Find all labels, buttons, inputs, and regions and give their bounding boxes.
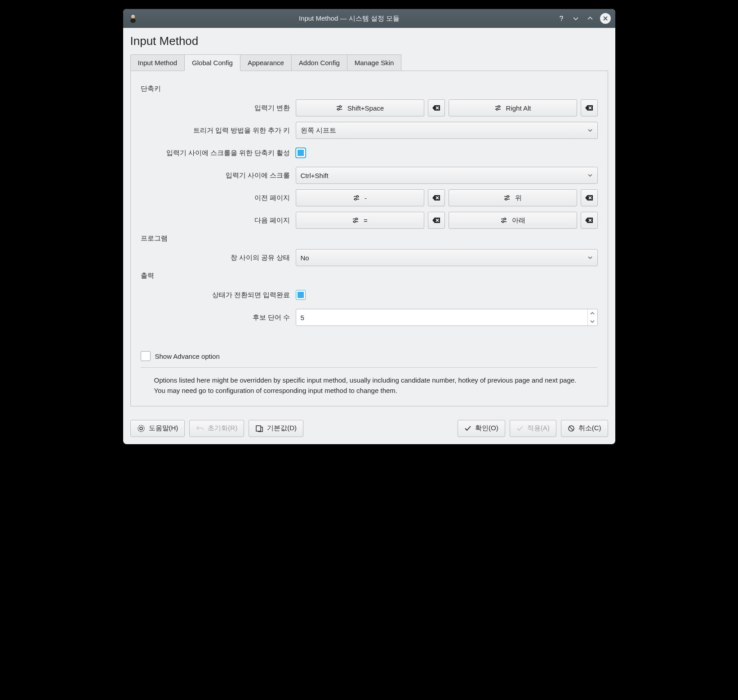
svg-point-17: [138, 425, 144, 432]
svg-point-16: [502, 221, 504, 223]
label-enable-scroll: 입력기 사이에 스크롤을 위한 단축키 활성: [141, 149, 296, 157]
prev-page-shortcut-1-label: -: [365, 194, 367, 202]
check-icon: [516, 425, 524, 432]
label-prev-page: 이전 페이지: [141, 194, 296, 202]
extra-trigger-value: 왼쪽 시프트: [301, 126, 587, 135]
row-trigger: 입력기 변환 Shift+Space Right Alt: [141, 99, 598, 116]
candidate-count-spinbox[interactable]: [296, 309, 598, 326]
chevron-down-icon: [587, 255, 593, 260]
reset-button: 초기화(R): [189, 420, 244, 437]
backspace-icon: [585, 217, 594, 224]
section-program: 프로그램: [141, 234, 598, 243]
backspace-icon: [432, 194, 441, 201]
show-advance-checkbox[interactable]: [141, 351, 151, 361]
tab-appearance[interactable]: Appearance: [240, 54, 292, 71]
defaults-icon: [255, 424, 263, 432]
prev-page-shortcut-1[interactable]: -: [296, 189, 424, 206]
backspace-icon: [432, 104, 441, 111]
row-commit-on-toggle: 상태가 전환되면 입력완료: [141, 286, 598, 303]
trigger-shortcut-2-label: Right Alt: [506, 104, 531, 112]
window-title: Input Method — 시스템 설정 모듈: [142, 14, 557, 23]
prev-page-clear-1[interactable]: [428, 189, 445, 206]
trigger-shortcut-1[interactable]: Shift+Space: [296, 99, 424, 116]
svg-point-1: [130, 18, 136, 23]
next-page-clear-2[interactable]: [581, 212, 598, 229]
backspace-icon: [585, 104, 594, 111]
svg-point-14: [354, 221, 356, 223]
sliders-icon: [494, 104, 502, 111]
footer: 도움말(H) 초기화(R) 기본값(D) 확인(O) 적용(A) 취소(C): [123, 414, 615, 444]
check-icon: [464, 425, 471, 432]
cancel-button[interactable]: 취소(C): [561, 420, 608, 437]
backspace-icon: [585, 194, 594, 201]
app-icon: [128, 13, 138, 24]
svg-point-18: [140, 427, 142, 430]
page-title: Input Method: [130, 34, 608, 48]
svg-point-5: [339, 106, 341, 107]
chevron-down-icon: [587, 173, 593, 178]
trigger-clear-2[interactable]: [581, 99, 598, 116]
label-commit-on-toggle: 상태가 전환되면 입력완료: [141, 291, 296, 299]
help-icon: [137, 424, 145, 432]
prev-page-clear-2[interactable]: [581, 189, 598, 206]
svg-point-13: [356, 218, 357, 220]
tab-global-config[interactable]: Global Config: [184, 54, 240, 71]
scroll-between-combo[interactable]: Ctrl+Shift: [296, 167, 598, 184]
sliders-icon: [336, 104, 343, 111]
commit-on-toggle-checkbox[interactable]: [296, 290, 306, 300]
apply-button: 적용(A): [510, 420, 556, 437]
minimize-button[interactable]: [571, 14, 580, 23]
next-page-shortcut-2-label: 아래: [512, 216, 525, 225]
next-page-shortcut-2[interactable]: 아래: [449, 212, 577, 229]
label-scroll-between: 입력기 사이에 스크롤: [141, 171, 296, 180]
content-area: Input Method Input Method Global Config …: [123, 28, 615, 414]
enable-scroll-checkbox[interactable]: [296, 148, 306, 158]
cancel-icon: [568, 425, 575, 432]
prev-page-shortcut-2[interactable]: 위: [449, 189, 577, 206]
sliders-icon: [352, 217, 359, 224]
svg-point-12: [505, 198, 507, 200]
help-button[interactable]: [557, 14, 566, 23]
spinbox-up[interactable]: [588, 309, 597, 317]
tab-input-method[interactable]: Input Method: [130, 54, 185, 71]
label-share-state: 창 사이의 공유 상태: [141, 254, 296, 262]
svg-point-9: [356, 196, 358, 197]
row-prev-page: 이전 페이지 - 위: [141, 189, 598, 206]
undo-icon: [196, 424, 204, 432]
next-page-shortcut-1[interactable]: =: [296, 212, 424, 229]
share-state-combo[interactable]: No: [296, 249, 598, 266]
titlebar: Input Method — 시스템 설정 모듈: [123, 9, 615, 28]
svg-point-8: [496, 108, 498, 110]
trigger-shortcut-2[interactable]: Right Alt: [449, 99, 577, 116]
label-extra-trigger: 트리거 입력 방법을 위한 추가 키: [141, 126, 296, 135]
prev-page-shortcut-2-label: 위: [515, 194, 522, 202]
maximize-button[interactable]: [586, 14, 595, 23]
next-page-clear-1[interactable]: [428, 212, 445, 229]
sliders-icon: [353, 194, 360, 201]
spinbox-down[interactable]: [588, 317, 597, 325]
sliders-icon: [500, 217, 507, 224]
svg-point-15: [504, 218, 506, 220]
tab-bar: Input Method Global Config Appearance Ad…: [130, 54, 608, 71]
label-next-page: 다음 페이지: [141, 216, 296, 225]
section-output: 출력: [141, 272, 598, 280]
help-button[interactable]: 도움말(H): [130, 420, 185, 437]
row-share-state: 창 사이의 공유 상태 No: [141, 249, 598, 266]
defaults-button[interactable]: 기본값(D): [249, 420, 303, 437]
close-button[interactable]: [600, 13, 611, 24]
trigger-clear-1[interactable]: [428, 99, 445, 116]
tab-addon-config[interactable]: Addon Config: [291, 54, 347, 71]
trigger-shortcut-1-label: Shift+Space: [347, 104, 384, 112]
tab-manage-skin[interactable]: Manage Skin: [347, 54, 402, 71]
svg-point-6: [338, 108, 339, 110]
show-advance-label: Show Advance option: [155, 352, 220, 360]
label-candidate-count: 후보 단어 수: [141, 313, 296, 322]
next-page-shortcut-1-label: =: [364, 217, 368, 224]
global-config-panel: 단축키 입력기 변환 Shift+Space Right Alt: [130, 71, 608, 406]
ok-button[interactable]: 확인(O): [458, 420, 505, 437]
share-state-value: No: [301, 254, 587, 262]
svg-point-4: [132, 18, 134, 18]
candidate-count-input[interactable]: [296, 314, 587, 321]
help-label: 도움말(H): [149, 424, 178, 432]
extra-trigger-combo[interactable]: 왼쪽 시프트: [296, 122, 598, 139]
